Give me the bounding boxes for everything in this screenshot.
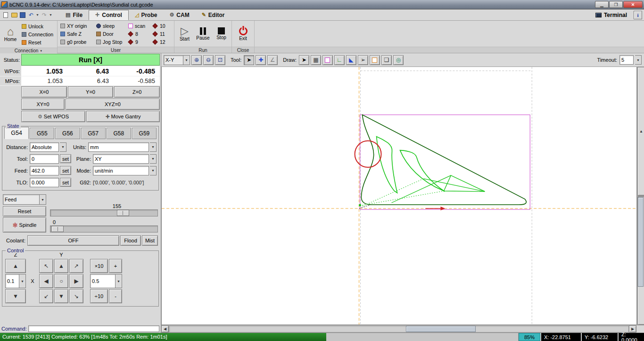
view-combo[interactable]: X-Y ▼ [164,55,190,65]
user-button-xy-origin[interactable]: XY origin [59,22,95,30]
jog-x-plus-button[interactable]: ▶ [69,274,83,288]
step-plus-button[interactable]: + [109,259,122,273]
override-dropdown-icon[interactable]: ▼ [40,194,46,205]
gcode-circle-icon[interactable]: ◎ [393,55,404,65]
zoom-fit-button[interactable]: ⊡ [215,55,225,65]
spindle-slider-thumb[interactable] [51,226,64,232]
tab-g59[interactable]: G59 [132,128,157,139]
x-zero-button[interactable]: X=0 [21,86,67,98]
view-dropdown-icon[interactable]: ▼ [183,55,190,65]
jog-y-up-button[interactable]: ▲ [54,259,68,273]
user-button-jog-stop[interactable]: Jog Stop [95,38,127,46]
horizontal-scrollbar[interactable]: ◀ ▶ [161,325,644,333]
tlo-set-button[interactable]: set [60,178,71,187]
user-button-sleep[interactable]: sleep [95,22,127,30]
rapid-moves-icon[interactable]: ➢ [358,55,368,65]
tab-g55[interactable]: G55 [30,128,54,139]
xy-zero-button[interactable]: XY=0 [21,99,65,110]
jog-z-down-button[interactable]: ▼ [5,289,26,303]
user-button-12[interactable]: 12 [151,38,173,46]
margins-icon[interactable] [322,55,333,65]
user-button-10[interactable]: 10 [151,22,173,30]
connection-group-label[interactable]: Connection ▼ [0,48,57,53]
workarea-icon[interactable] [370,55,380,65]
vertical-scrollbar[interactable]: ▲ ▼ [637,67,644,325]
timeout-dropdown-icon[interactable]: ▼ [635,55,642,65]
user-button-scan[interactable]: scan [127,22,151,30]
mist-button[interactable]: Mist [142,235,158,246]
move-gantry-button[interactable]: ✚ Move Gantry [86,111,160,122]
stop-button[interactable]: Stop [213,22,230,46]
override-select[interactable]: Feed [3,194,40,205]
user-button-11[interactable]: 11 [151,30,173,38]
jog-xy-downright-button[interactable]: ↘ [69,289,83,303]
distance-dropdown-icon[interactable]: ▼ [60,142,66,152]
save-icon[interactable] [19,11,26,19]
minimize-button[interactable]: ▁ [595,1,609,8]
close-button[interactable]: ✕ [623,1,643,8]
info-button[interactable]: i [634,11,642,19]
tab-g56[interactable]: G56 [55,128,80,139]
flood-button[interactable]: Flood [120,235,141,246]
mode-select[interactable]: unit/min [93,166,149,175]
tab-g57[interactable]: G57 [81,128,106,139]
feed-override-slider-thumb[interactable] [117,210,129,216]
tab-editor[interactable]: ✎ Editor [196,10,231,20]
zoom-in-button[interactable]: ⊕ [191,55,202,65]
units-select[interactable]: mm [88,142,149,152]
xyz-zero-button[interactable]: XYZ=0 [66,99,160,110]
coolant-off-button[interactable]: OFF [27,235,119,246]
layers-icon[interactable]: ❏ [381,55,392,65]
tab-file[interactable]: ▤ File [59,10,89,20]
terminal-button[interactable]: Terminal [592,12,631,18]
mode-dropdown-icon[interactable]: ▼ [150,166,157,175]
horizontal-scrollbar-thumb[interactable] [406,326,476,332]
start-button[interactable]: ▷ Start [176,22,193,46]
distance-select[interactable]: Absolute [30,142,59,152]
grid-icon[interactable]: ▦ [311,55,321,65]
jog-y-down-button[interactable]: ▼ [54,289,68,303]
z-step-combo[interactable]: ▼ [5,274,26,288]
pause-button[interactable]: Pause [194,22,212,46]
plane-dropdown-icon[interactable]: ▼ [150,154,157,164]
ruler-icon[interactable]: ◣ [346,55,356,65]
timeout-input[interactable] [619,55,634,65]
jog-z-up-button[interactable]: ▲ [5,259,26,273]
select-tool-button[interactable]: ➤ [244,55,254,65]
ruler-tool-button[interactable]: ∠ [267,55,278,65]
z-step-input[interactable] [5,274,19,288]
wpos-z[interactable]: -0.485 [114,66,160,76]
feed-override-slider[interactable] [50,209,158,216]
tab-cam[interactable]: ⚙ CAM [163,10,195,20]
exit-button[interactable]: Exit [234,22,252,46]
feed-set-button[interactable]: set [60,166,71,175]
tool-set-button[interactable]: set [60,154,71,163]
step-div10-button[interactable]: ÷10 [90,289,108,303]
reset-button[interactable]: Reset [20,38,55,46]
undo-icon[interactable]: ↶ [27,11,35,19]
xy-step-input[interactable] [90,274,116,288]
xy-step-combo[interactable]: ▼ [90,274,122,288]
jog-xy-upleft-button[interactable]: ↖ [39,259,53,273]
scroll-up-icon[interactable]: ▲ [637,67,644,196]
maximize-button[interactable]: ❐ [609,1,623,8]
units-dropdown-icon[interactable]: ▼ [150,142,157,152]
tab-probe[interactable]: ◿ Probe [129,10,163,20]
connection-button[interactable]: Connection [20,30,55,38]
z-zero-button[interactable]: Z=0 [114,86,160,98]
user-button-g0-probe[interactable]: g0 probe [59,38,95,46]
tlo-input[interactable] [30,178,59,187]
tab-g58[interactable]: G58 [107,128,131,139]
user-button-9[interactable]: 9 [127,38,151,46]
jog-center-button[interactable]: ○ [54,274,68,288]
feed-input[interactable] [30,166,59,175]
move-gantry-tool-button[interactable]: ✚ [256,55,266,65]
gcode-canvas[interactable] [161,67,637,325]
user-button-8[interactable]: 8 [127,30,151,38]
jog-xy-downleft-button[interactable]: ↙ [39,289,53,303]
unlock-button[interactable]: Unlock [20,22,55,30]
redo-icon[interactable]: ↷ [41,11,48,19]
command-input[interactable] [28,325,159,332]
wpos-x[interactable]: 1.053 [21,66,67,76]
wpos-y[interactable]: 6.43 [67,66,114,76]
